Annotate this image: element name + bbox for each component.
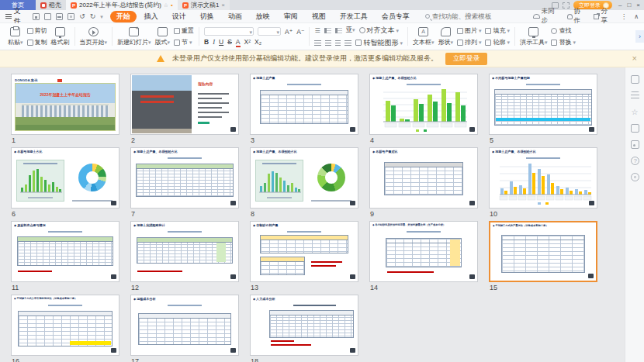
underline-icon[interactable] [219,38,223,46]
pin-icon[interactable] [164,2,168,9]
outline-button[interactable]: 轮廓 [485,38,510,47]
slide-thumbnail-13[interactable]: ◆ 自制砂石料产量 13 [250,221,358,295]
italic-icon[interactable] [213,38,215,46]
bar-chart-panel [16,160,64,202]
bullet-list-icon[interactable] [314,26,320,34]
settings-sliders-icon[interactable] [631,91,639,100]
font-color-icon[interactable] [236,38,241,46]
tab-member[interactable]: 会员专享 [376,11,416,22]
collapse-ribbon-icon[interactable] [634,12,639,20]
save-icon[interactable] [33,13,40,20]
new-slide-button[interactable]: 新建幻灯片 [117,27,151,47]
tab-document-active[interactable]: 2022年上半年-总结报告(简约) [66,0,178,10]
quickbar-more-icon[interactable] [100,12,103,20]
present-tools-button[interactable]: 演示工具 [520,27,548,47]
shapes-button[interactable]: 形状 [438,27,453,47]
bold-icon[interactable] [204,38,209,46]
play-current-button[interactable]: 当页开始 [80,27,108,47]
close-tab-icon[interactable] [221,2,225,9]
help-icon[interactable] [631,157,639,165]
increase-indent-icon[interactable] [335,28,342,33]
replace-button[interactable]: 替换 [551,38,576,47]
tab-document-2[interactable]: 演示文稿1 [178,0,230,10]
tab-slideshow[interactable]: 放映 [250,11,276,22]
superscript-icon[interactable] [244,38,251,46]
justify-icon[interactable] [345,40,351,46]
highlight-column [450,240,460,266]
slide-thumbnail-9[interactable]: ◆ 各标号产量对比 9 [369,147,478,221]
output-icon[interactable] [44,13,51,20]
new-slide-icon [129,27,139,36]
format-painter-button[interactable]: 格式刷 [51,27,70,47]
properties-icon[interactable] [631,75,639,84]
favorites-icon[interactable] [631,108,639,116]
layout-button[interactable]: 版式 [155,27,171,47]
tab-docer[interactable]: 稻壳 [36,0,66,10]
slide-thumbnail-17[interactable]: ◆ 运输成本分析 17 [130,295,239,362]
strikethrough-icon[interactable] [227,38,232,46]
subscript-icon[interactable] [254,38,261,46]
slide-thumbnail-3[interactable]: ◆ 混凝土总产量 3 [250,74,358,147]
decrease-font-icon[interactable]: A⁻ [296,28,304,36]
slide-thumbnail-12[interactable]: ◆ 混凝土利润粗略统计 12 [130,221,239,295]
tab-devtools[interactable]: 开发工具 [334,11,374,22]
close-banner-icon[interactable] [632,53,637,63]
slide-thumbnail-6[interactable]: ◆ 各标号混凝土占比 [11,147,119,221]
slide-thumbnail-4[interactable]: ◆ 混凝土总产量、各级别砼占比 [369,74,478,147]
smart-graphic-button[interactable]: 转智能图形 [355,38,403,48]
image-panel-icon[interactable] [631,140,639,149]
slide-thumbnail-5[interactable]: ◆ 不同标号混凝土产量明细 5 [489,74,597,147]
slide-thumbnail-18[interactable]: ◆ 人力成本分析 18 [250,295,358,362]
slide-thumbnail-2[interactable]: 报告内容 2 [130,74,239,147]
slide-thumbnail-7[interactable]: ◆ 混凝土总产量、各级别砼占比 7 [130,147,239,221]
tab-start[interactable]: 开始 [110,11,137,22]
slide-thumbnail-11[interactable]: ◆ 原材料盘点盈亏情况 11 [11,221,119,295]
redo-icon[interactable] [90,12,96,20]
location-icon[interactable] [631,173,639,181]
picture-button[interactable]: 图片 [457,26,482,35]
print-icon[interactable] [56,13,63,20]
section-button[interactable]: 节 [174,38,194,47]
slide-thumbnail-8[interactable]: ◆ 混凝土总产量、各级别砼占比 [250,147,358,221]
banner-text: 未登录用户仅支持使用部分基础编辑功能。建议登录使用，激活更多编辑功能及服务。 [172,53,438,64]
window-panel-icon[interactable] [631,124,639,133]
slide-thumbnail-16[interactable]: ◆ 不同施工方式占用车辆时间对比（运输成本影响因素） 16 [11,295,119,362]
increase-font-icon[interactable]: A⁺ [285,28,293,36]
font-size-select[interactable] [258,27,281,36]
tab-insert[interactable]: 插入 [138,11,164,22]
align-center-icon[interactable] [325,40,331,46]
slide-thumbnail-14[interactable]: ◆ 各分站砂耗及外加剂使用量、外加剂掺量比例（生产成本分析） 14 [369,221,478,295]
tab-review[interactable]: 审阅 [278,11,304,22]
align-left-icon[interactable] [314,40,321,46]
align-right-icon[interactable] [335,40,341,46]
search-box[interactable] [425,12,533,20]
tab-design[interactable]: 设计 [166,11,192,22]
slide-thumbnail-10[interactable]: ◆ 混凝土总产量、各级别砼占比 [489,147,597,221]
print-preview-icon[interactable] [68,13,74,20]
search-input[interactable] [432,12,533,20]
ribbon-expand-button[interactable] [635,30,644,43]
login-now-button[interactable]: 立即登录 [445,53,487,65]
tab-animation[interactable]: 动画 [222,11,248,22]
page-number-badge [350,274,355,279]
cut-button[interactable]: 剪切 [27,26,47,35]
fill-button[interactable]: 填充 [485,26,510,35]
tab-view[interactable]: 视图 [306,11,332,22]
reset-button[interactable]: 重置 [174,26,194,35]
find-button[interactable]: 查找 [551,26,576,35]
text-direction-icon[interactable]: 亚 [346,26,355,35]
highlight-row [70,341,111,345]
textbox-button[interactable]: 文本框 [413,27,435,47]
tab-transition[interactable]: 切换 [194,11,220,22]
slide-thumbnail-15-selected[interactable]: ◆ 不同施工方式的产量对比（运输成本影响因素） 15 [489,221,597,295]
font-name-select[interactable] [204,27,254,36]
copy-button[interactable]: 复制 [27,38,47,47]
page-number-badge [230,274,236,279]
slide-thumbnail-1[interactable]: DONGDA 东达 2022年混凝土上半年总结报告 1 [11,74,119,147]
undo-icon[interactable] [79,12,85,20]
paste-button[interactable]: 粘贴 [8,27,23,47]
align-text-button[interactable]: 对齐文本 [359,26,400,36]
decrease-indent-icon[interactable] [324,28,331,33]
arrange-button[interactable]: 排列 [457,38,482,47]
more-menu-icon[interactable] [621,12,628,20]
